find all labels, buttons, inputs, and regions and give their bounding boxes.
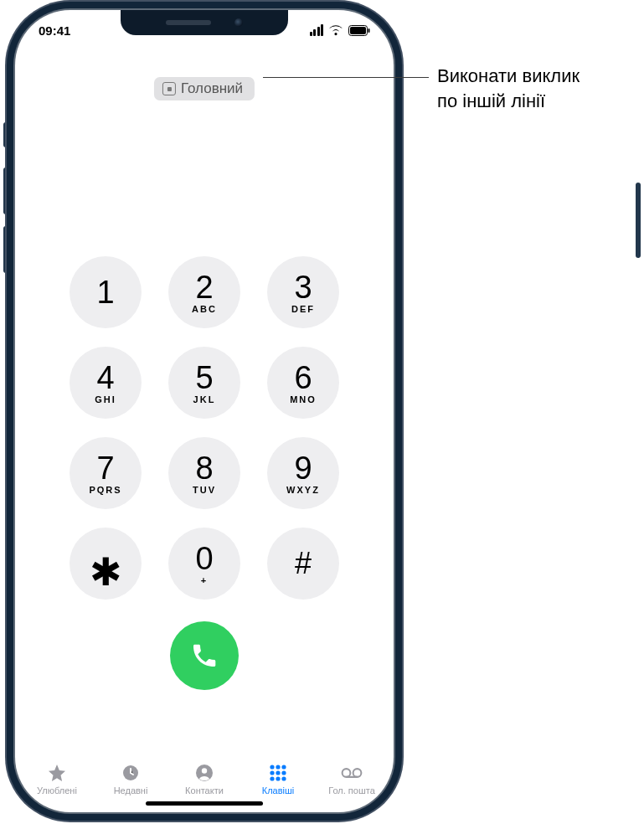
dial-button[interactable] — [170, 621, 239, 690]
wifi-icon — [328, 24, 343, 36]
tab-favorites[interactable]: Улюблені — [20, 763, 94, 796]
tab-contacts[interactable]: Контакти — [167, 763, 241, 796]
phone-frame: 09:41 Головний 1 2 ABC 3 — [15, 10, 394, 812]
key-digit: 2 — [195, 271, 213, 303]
key-4[interactable]: 4 GHI — [70, 347, 142, 419]
key-digit: # — [295, 548, 312, 579]
svg-point-5 — [202, 768, 207, 773]
home-indicator — [146, 801, 263, 806]
svg-point-16 — [353, 769, 362, 777]
key-3[interactable]: 3 DEF — [267, 256, 339, 328]
tab-label: Клавіші — [262, 785, 295, 796]
status-time: 09:41 — [39, 23, 70, 38]
key-8[interactable]: 8 TUV — [168, 437, 240, 509]
key-sub: PQRS — [89, 485, 121, 495]
key-digit: 0 — [195, 543, 213, 574]
tab-label: Улюблені — [37, 785, 77, 796]
key-9[interactable]: 9 WXYZ — [267, 437, 339, 509]
tab-label: Контакти — [185, 785, 224, 796]
svg-point-15 — [343, 769, 351, 777]
side-button — [636, 183, 641, 258]
active-line-pill[interactable]: Головний — [154, 77, 255, 100]
keypad-icon — [267, 763, 289, 783]
callout-leader-line — [263, 77, 429, 78]
battery-icon — [348, 25, 370, 36]
key-digit: 5 — [195, 362, 213, 394]
key-7[interactable]: 7 PQRS — [70, 437, 142, 509]
svg-point-6 — [270, 765, 274, 769]
tab-recents[interactable]: Недавні — [94, 763, 167, 796]
key-5[interactable]: 5 JKL — [168, 347, 240, 419]
svg-point-9 — [270, 770, 274, 775]
svg-point-10 — [276, 770, 280, 775]
key-digit: 3 — [294, 271, 312, 303]
keypad: 1 2 ABC 3 DEF 4 GHI 5 JKL 6 MNO 7 PQRS 8 — [70, 256, 339, 600]
key-sub: JKL — [193, 394, 216, 404]
svg-point-13 — [276, 776, 280, 780]
key-digit: 6 — [294, 362, 312, 394]
callout-text: Виконати виклик по іншій лінії — [437, 64, 638, 113]
key-asterisk[interactable]: ✱ — [70, 528, 142, 600]
key-digit: 8 — [195, 452, 213, 484]
key-sub: TUV — [193, 485, 216, 495]
status-bar: 09:41 — [15, 18, 394, 42]
svg-point-11 — [281, 770, 286, 775]
status-right — [310, 24, 371, 36]
key-digit: 1 — [96, 276, 114, 308]
key-digit: 4 — [96, 362, 114, 394]
svg-rect-1 — [350, 27, 366, 34]
key-2[interactable]: 2 ABC — [168, 256, 240, 328]
star-icon — [46, 763, 68, 783]
key-6[interactable]: 6 MNO — [267, 347, 339, 419]
tab-voicemail[interactable]: Гол. пошта — [315, 763, 389, 796]
key-hash[interactable]: # — [267, 528, 339, 600]
svg-point-7 — [276, 765, 280, 769]
key-sub: MNO — [290, 394, 317, 404]
voicemail-icon — [341, 763, 363, 783]
active-line-label: Головний — [181, 80, 243, 97]
key-sub: ABC — [192, 304, 217, 314]
key-sub: + — [201, 575, 208, 585]
key-digit: ✱ — [90, 559, 122, 585]
key-sub: DEF — [291, 304, 315, 314]
key-0[interactable]: 0 + — [168, 528, 240, 600]
svg-rect-2 — [368, 28, 370, 33]
key-digit: 9 — [294, 452, 312, 484]
phone-icon — [190, 641, 219, 670]
side-button — [3, 226, 8, 273]
key-digit: 7 — [96, 452, 114, 484]
clock-icon — [120, 763, 142, 783]
cellular-icon — [310, 24, 324, 36]
side-button — [3, 167, 8, 214]
key-sub: WXYZ — [286, 485, 320, 495]
svg-point-8 — [281, 765, 286, 769]
tab-label: Недавні — [114, 785, 148, 796]
callout-line-1: Виконати виклик — [437, 65, 580, 86]
sim-icon — [162, 82, 176, 95]
person-icon — [193, 763, 215, 783]
tab-keypad[interactable]: Клавіші — [241, 763, 315, 796]
callout-line-2: по іншій лінії — [437, 90, 545, 111]
tab-label: Гол. пошта — [328, 785, 375, 796]
tab-bar: Улюблені Недавні Контакти Клавіші Гол. п… — [15, 745, 394, 796]
svg-point-14 — [281, 776, 286, 780]
svg-point-12 — [270, 776, 274, 780]
side-button — [3, 122, 8, 147]
key-1[interactable]: 1 — [70, 256, 142, 328]
key-sub: GHI — [95, 394, 116, 404]
